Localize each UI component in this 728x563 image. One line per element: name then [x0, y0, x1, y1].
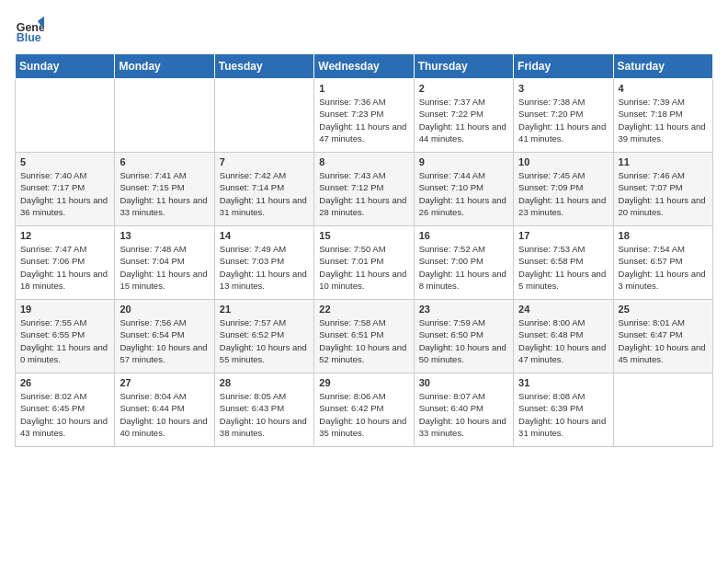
day-number: 3 [518, 83, 608, 94]
day-info: Sunrise: 7:59 AMSunset: 6:50 PMDaylight:… [419, 316, 508, 365]
calendar-body: 1Sunrise: 7:36 AMSunset: 7:23 PMDaylight… [16, 79, 713, 447]
calendar-cell: 9Sunrise: 7:44 AMSunset: 7:10 PMDaylight… [414, 153, 513, 226]
day-info: Sunrise: 7:54 AMSunset: 6:57 PMDaylight:… [619, 243, 708, 292]
calendar-cell: 17Sunrise: 7:53 AMSunset: 6:58 PMDayligh… [514, 226, 613, 300]
calendar-cell [214, 79, 313, 153]
calendar-cell [613, 373, 712, 447]
calendar-cell: 30Sunrise: 8:07 AMSunset: 6:40 PMDayligh… [414, 373, 513, 447]
day-number: 7 [220, 156, 309, 167]
calendar-cell: 27Sunrise: 8:04 AMSunset: 6:44 PMDayligh… [115, 373, 214, 447]
calendar-cell: 18Sunrise: 7:54 AMSunset: 6:57 PMDayligh… [613, 226, 712, 300]
week-row-5: 26Sunrise: 8:02 AMSunset: 6:45 PMDayligh… [16, 373, 713, 447]
calendar-cell: 19Sunrise: 7:55 AMSunset: 6:55 PMDayligh… [16, 300, 115, 373]
day-number: 23 [419, 304, 508, 315]
page-header: General Blue [15, 15, 713, 44]
calendar-cell: 5Sunrise: 7:40 AMSunset: 7:17 PMDaylight… [16, 153, 115, 226]
day-number: 4 [619, 83, 708, 94]
day-info: Sunrise: 7:49 AMSunset: 7:03 PMDaylight:… [220, 243, 309, 292]
day-info: Sunrise: 7:39 AMSunset: 7:18 PMDaylight:… [619, 96, 708, 144]
day-info: Sunrise: 7:36 AMSunset: 7:23 PMDaylight:… [319, 96, 408, 144]
day-info: Sunrise: 7:55 AMSunset: 6:55 PMDaylight:… [20, 316, 109, 365]
calendar-cell: 31Sunrise: 8:08 AMSunset: 6:39 PMDayligh… [514, 373, 613, 447]
calendar-cell: 25Sunrise: 8:01 AMSunset: 6:47 PMDayligh… [613, 300, 712, 373]
calendar-cell: 26Sunrise: 8:02 AMSunset: 6:45 PMDayligh… [16, 373, 115, 447]
day-number: 6 [119, 156, 209, 167]
day-number: 10 [518, 156, 608, 167]
day-info: Sunrise: 7:48 AMSunset: 7:04 PMDaylight:… [119, 243, 209, 292]
calendar-cell: 12Sunrise: 7:47 AMSunset: 7:06 PMDayligh… [16, 226, 115, 300]
calendar-cell: 3Sunrise: 7:38 AMSunset: 7:20 PMDaylight… [514, 79, 613, 153]
day-info: Sunrise: 7:52 AMSunset: 7:00 PMDaylight:… [419, 243, 508, 292]
calendar-cell: 24Sunrise: 8:00 AMSunset: 6:48 PMDayligh… [514, 300, 613, 373]
day-info: Sunrise: 7:46 AMSunset: 7:07 PMDaylight:… [619, 169, 708, 218]
day-number: 25 [619, 304, 708, 315]
svg-text:Blue: Blue [17, 31, 41, 44]
week-row-2: 5Sunrise: 7:40 AMSunset: 7:17 PMDaylight… [16, 153, 713, 226]
day-info: Sunrise: 7:40 AMSunset: 7:17 PMDaylight:… [20, 169, 109, 218]
calendar-cell: 15Sunrise: 7:50 AMSunset: 7:01 PMDayligh… [314, 226, 414, 300]
week-row-3: 12Sunrise: 7:47 AMSunset: 7:06 PMDayligh… [16, 226, 713, 300]
calendar-cell: 11Sunrise: 7:46 AMSunset: 7:07 PMDayligh… [613, 153, 712, 226]
calendar-cell [115, 79, 214, 153]
col-header-tuesday: Tuesday [214, 54, 313, 79]
day-info: Sunrise: 8:04 AMSunset: 6:44 PMDaylight:… [119, 390, 209, 439]
calendar-cell: 29Sunrise: 8:06 AMSunset: 6:42 PMDayligh… [314, 373, 414, 447]
week-row-1: 1Sunrise: 7:36 AMSunset: 7:23 PMDaylight… [16, 79, 713, 153]
day-info: Sunrise: 7:38 AMSunset: 7:20 PMDaylight:… [518, 96, 608, 144]
day-number: 30 [419, 377, 508, 388]
day-info: Sunrise: 7:44 AMSunset: 7:10 PMDaylight:… [419, 169, 508, 218]
logo-icon: General Blue [15, 15, 44, 44]
day-info: Sunrise: 7:43 AMSunset: 7:12 PMDaylight:… [319, 169, 408, 218]
day-info: Sunrise: 8:06 AMSunset: 6:42 PMDaylight:… [319, 390, 408, 439]
calendar-cell: 23Sunrise: 7:59 AMSunset: 6:50 PMDayligh… [414, 300, 513, 373]
day-info: Sunrise: 7:37 AMSunset: 7:22 PMDaylight:… [419, 96, 508, 144]
day-info: Sunrise: 7:53 AMSunset: 6:58 PMDaylight:… [518, 243, 608, 292]
day-number: 15 [319, 230, 408, 241]
day-number: 8 [319, 156, 408, 167]
day-info: Sunrise: 8:05 AMSunset: 6:43 PMDaylight:… [220, 390, 309, 439]
day-info: Sunrise: 7:56 AMSunset: 6:54 PMDaylight:… [119, 316, 209, 365]
day-info: Sunrise: 8:02 AMSunset: 6:45 PMDaylight:… [20, 390, 109, 439]
day-info: Sunrise: 7:45 AMSunset: 7:09 PMDaylight:… [518, 169, 608, 218]
calendar-cell: 22Sunrise: 7:58 AMSunset: 6:51 PMDayligh… [314, 300, 414, 373]
day-number: 20 [119, 304, 209, 315]
col-header-wednesday: Wednesday [314, 54, 414, 79]
day-number: 13 [119, 230, 209, 241]
day-number: 5 [20, 156, 109, 167]
day-number: 21 [220, 304, 309, 315]
calendar-cell: 14Sunrise: 7:49 AMSunset: 7:03 PMDayligh… [214, 226, 313, 300]
day-info: Sunrise: 7:41 AMSunset: 7:15 PMDaylight:… [119, 169, 209, 218]
col-header-monday: Monday [115, 54, 214, 79]
week-row-4: 19Sunrise: 7:55 AMSunset: 6:55 PMDayligh… [16, 300, 713, 373]
day-info: Sunrise: 7:58 AMSunset: 6:51 PMDaylight:… [319, 316, 408, 365]
day-number: 17 [518, 230, 608, 241]
day-number: 26 [20, 377, 109, 388]
day-number: 28 [220, 377, 309, 388]
calendar-cell: 16Sunrise: 7:52 AMSunset: 7:00 PMDayligh… [414, 226, 513, 300]
calendar-table: SundayMondayTuesdayWednesdayThursdayFrid… [15, 53, 713, 447]
col-header-friday: Friday [514, 54, 613, 79]
calendar-cell: 21Sunrise: 7:57 AMSunset: 6:52 PMDayligh… [214, 300, 313, 373]
calendar-cell: 28Sunrise: 8:05 AMSunset: 6:43 PMDayligh… [214, 373, 313, 447]
calendar-cell: 20Sunrise: 7:56 AMSunset: 6:54 PMDayligh… [115, 300, 214, 373]
day-number: 18 [619, 230, 708, 241]
day-number: 24 [518, 304, 608, 315]
day-number: 9 [419, 156, 508, 167]
calendar-cell: 7Sunrise: 7:42 AMSunset: 7:14 PMDaylight… [214, 153, 313, 226]
day-number: 14 [220, 230, 309, 241]
day-number: 31 [518, 377, 608, 388]
calendar-cell: 6Sunrise: 7:41 AMSunset: 7:15 PMDaylight… [115, 153, 214, 226]
day-number: 1 [319, 83, 408, 94]
calendar-cell [16, 79, 115, 153]
day-info: Sunrise: 8:01 AMSunset: 6:47 PMDaylight:… [619, 316, 708, 365]
day-info: Sunrise: 8:07 AMSunset: 6:40 PMDaylight:… [419, 390, 508, 439]
day-number: 16 [419, 230, 508, 241]
logo: General Blue [15, 15, 48, 44]
day-number: 27 [119, 377, 209, 388]
day-number: 29 [319, 377, 408, 388]
day-info: Sunrise: 7:47 AMSunset: 7:06 PMDaylight:… [20, 243, 109, 292]
calendar-cell: 8Sunrise: 7:43 AMSunset: 7:12 PMDaylight… [314, 153, 414, 226]
col-header-sunday: Sunday [16, 54, 115, 79]
day-info: Sunrise: 7:50 AMSunset: 7:01 PMDaylight:… [319, 243, 408, 292]
day-info: Sunrise: 7:57 AMSunset: 6:52 PMDaylight:… [220, 316, 309, 365]
